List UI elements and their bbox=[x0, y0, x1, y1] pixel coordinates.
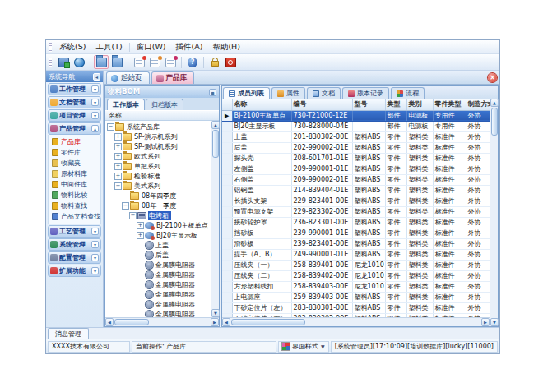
column-header-制造方式[interactable]: 制造方式 bbox=[466, 99, 490, 110]
menu-item-1[interactable]: 工具(T) bbox=[90, 41, 127, 53]
expand-icon[interactable]: + bbox=[137, 232, 144, 239]
tree-node-13[interactable]: 后盖 bbox=[105, 250, 211, 260]
tree-node-15[interactable]: 金属膜电阻器 bbox=[105, 270, 211, 279]
tree-hscroll-thumb[interactable] bbox=[114, 319, 149, 325]
help-button[interactable]: ? bbox=[185, 55, 200, 69]
column-header-零件类型[interactable]: 零件类型 bbox=[433, 99, 466, 110]
collapse-icon[interactable]: − bbox=[122, 202, 129, 210]
menu-grip[interactable] bbox=[49, 43, 52, 52]
tree-node-1[interactable]: +SP-演示机系列 bbox=[105, 131, 211, 141]
row-selector[interactable] bbox=[222, 228, 232, 238]
sidebar-section-0[interactable]: 工作管理▾ bbox=[48, 83, 101, 95]
scroll-right-icon[interactable]: ▶ bbox=[481, 318, 490, 326]
table-row[interactable]: 接砂轮护罩236-823301-00E塑料ABS零件塑料类标准件外协条 bbox=[222, 217, 490, 228]
mail-delete-button[interactable] bbox=[163, 55, 178, 69]
collapse-icon[interactable]: − bbox=[129, 212, 137, 219]
chevron-down-icon[interactable]: ▾ bbox=[91, 267, 99, 274]
row-selector[interactable] bbox=[222, 185, 232, 196]
sidebar-item-7[interactable]: 产品文档查找 bbox=[52, 211, 100, 222]
toolbar-grip[interactable] bbox=[49, 58, 52, 67]
sidebar-item-1[interactable]: 零件库 bbox=[52, 147, 100, 158]
row-selector[interactable] bbox=[222, 249, 232, 260]
expand-icon[interactable]: + bbox=[137, 222, 144, 229]
row-selector[interactable] bbox=[222, 164, 232, 174]
tab-起始页[interactable]: 起始页 bbox=[106, 71, 150, 84]
menu-item-2[interactable]: 窗口(W) bbox=[132, 41, 171, 53]
tree-node-18[interactable]: 金属膜电阻器 bbox=[105, 299, 211, 309]
sidebar-section-4[interactable]: 工艺管理▾ bbox=[48, 225, 101, 238]
expand-icon[interactable]: + bbox=[114, 153, 122, 160]
table-row[interactable]: 预置电源支架229-823302-00E塑料ABS零件塑料类标准件外协条 bbox=[222, 206, 490, 217]
message-manager-tab[interactable]: 消息管理 bbox=[48, 328, 89, 339]
table-row[interactable]: BJ20主显示板730-828000-04E部件电源板专用件外协颗 bbox=[222, 121, 490, 131]
table-row[interactable]: 左侧盖209-990001-01E塑料ABS零件塑料类标准件外协条 bbox=[222, 164, 490, 174]
chevron-down-icon[interactable]: ▾ bbox=[91, 112, 99, 119]
mail-reply-button[interactable] bbox=[147, 55, 162, 69]
tab-流程[interactable]: 流程 bbox=[391, 87, 425, 99]
table-row[interactable]: 滑砂板239-823401-00E塑料ABS零件塑料类标准件外协条 bbox=[222, 238, 490, 249]
close-tab-icon[interactable]: × bbox=[488, 73, 497, 82]
mail-new-button[interactable] bbox=[132, 55, 146, 69]
row-selector[interactable] bbox=[222, 217, 232, 228]
column-header-编号[interactable]: 编号 bbox=[291, 99, 352, 110]
tree-node-2[interactable]: +SP-测试机系列 bbox=[105, 141, 211, 151]
tab-版本记录[interactable]: 版本记录 bbox=[342, 87, 389, 99]
tree-node-14[interactable]: 金属膜电阻器 bbox=[105, 260, 211, 270]
tree-node-7[interactable]: 08年四季度 bbox=[105, 191, 211, 201]
chevron-down-icon[interactable]: ▾ bbox=[91, 254, 99, 261]
row-selector[interactable] bbox=[222, 153, 232, 164]
scroll-right-icon[interactable]: ▶ bbox=[211, 318, 219, 326]
column-header-型号[interactable]: 型号 bbox=[352, 99, 385, 110]
row-selector[interactable] bbox=[222, 174, 232, 185]
collapse-icon[interactable]: − bbox=[114, 182, 122, 190]
chevron-up-icon[interactable]: ▴ bbox=[91, 125, 99, 132]
tree-node-17[interactable]: 金属膜电阻器 bbox=[105, 289, 211, 299]
ui-style-button[interactable]: 界面样式 ▼ bbox=[278, 341, 329, 353]
tree-node-0[interactable]: −系统产品库 bbox=[105, 122, 211, 131]
tree-node-6[interactable]: −美式系列 bbox=[105, 181, 211, 191]
table-vscroll-thumb[interactable] bbox=[491, 108, 498, 136]
row-selector[interactable] bbox=[222, 142, 232, 153]
table-row[interactable]: 下砂定位片（左）283-830301-00E塑料ABS零件塑料类标准件外协条 bbox=[222, 302, 490, 313]
table-row[interactable]: 铝钢盖214-839404-01E塑料ABS零件塑料类标准件外协条 bbox=[222, 185, 490, 196]
scroll-down-icon[interactable]: ▼ bbox=[490, 318, 499, 326]
menu-item-3[interactable]: 插件(A) bbox=[170, 41, 207, 53]
row-selector[interactable] bbox=[222, 196, 232, 206]
tree-node-5[interactable]: +检验标准 bbox=[105, 171, 211, 181]
tree-node-9[interactable]: −电烤箱 bbox=[105, 210, 211, 220]
sidebar-item-0[interactable]: 产品库 bbox=[52, 136, 100, 147]
table-row[interactable]: 压线夹（一）258-839401-00E尼龙1010零件塑料类标准件外协条 bbox=[222, 260, 490, 270]
tree-horizontal-scrollbar[interactable]: ◀ ▶ bbox=[105, 317, 219, 326]
lock-button[interactable] bbox=[207, 55, 222, 69]
scroll-down-icon[interactable]: ▼ bbox=[211, 309, 220, 317]
tree-node-19[interactable]: 金属膜电阻器 bbox=[105, 309, 211, 317]
expand-icon[interactable]: + bbox=[114, 163, 122, 170]
table-row[interactable]: 长插头支架229-823401-00E塑料ABS零件塑料类标准件外协条 bbox=[222, 196, 490, 206]
client-button[interactable] bbox=[56, 55, 71, 69]
row-selector[interactable]: ▶ bbox=[222, 110, 232, 121]
row-selector[interactable] bbox=[222, 270, 232, 281]
tab-属性[interactable]: 属性 bbox=[272, 87, 305, 99]
tree-node-16[interactable]: 金属膜电阻器 bbox=[105, 279, 211, 289]
tab-归档版本[interactable]: 归档版本 bbox=[146, 99, 183, 110]
row-selector[interactable] bbox=[222, 121, 232, 131]
tree-node-11[interactable]: +BJ20主显示板 bbox=[105, 230, 211, 240]
table-row[interactable]: 挡砂板239-990001-01E塑料ABS零件塑料类标准件外协条 bbox=[222, 228, 490, 238]
scroll-left-icon[interactable]: ◀ bbox=[222, 318, 230, 326]
library-list-button[interactable] bbox=[109, 55, 124, 69]
tree-node-3[interactable]: +欧式系列 bbox=[105, 151, 211, 161]
sidebar-section-3[interactable]: 产品管理▴ bbox=[48, 122, 101, 135]
sidebar-section-6[interactable]: 配置管理▾ bbox=[48, 251, 101, 264]
table-row[interactable]: 提手（A、B）249-990001-01E塑料ABS零件塑料类标准件外协条 bbox=[222, 249, 490, 260]
chevron-down-icon[interactable]: ▾ bbox=[91, 228, 99, 235]
tree-node-12[interactable]: 上盖 bbox=[105, 240, 211, 250]
column-header-类别[interactable]: 类别 bbox=[406, 99, 433, 110]
tree-node-4[interactable]: +单把系列 bbox=[105, 161, 211, 171]
row-selector[interactable] bbox=[222, 238, 232, 249]
sidebar-section-2[interactable]: 项目管理▾ bbox=[48, 109, 101, 122]
sidebar-section-1[interactable]: 文档管理▾ bbox=[48, 96, 101, 108]
row-selector[interactable] bbox=[222, 260, 232, 270]
menu-item-4[interactable]: 帮助(H) bbox=[207, 41, 245, 53]
column-header-类型[interactable]: 类型 bbox=[385, 99, 406, 110]
row-selector[interactable] bbox=[222, 131, 232, 142]
